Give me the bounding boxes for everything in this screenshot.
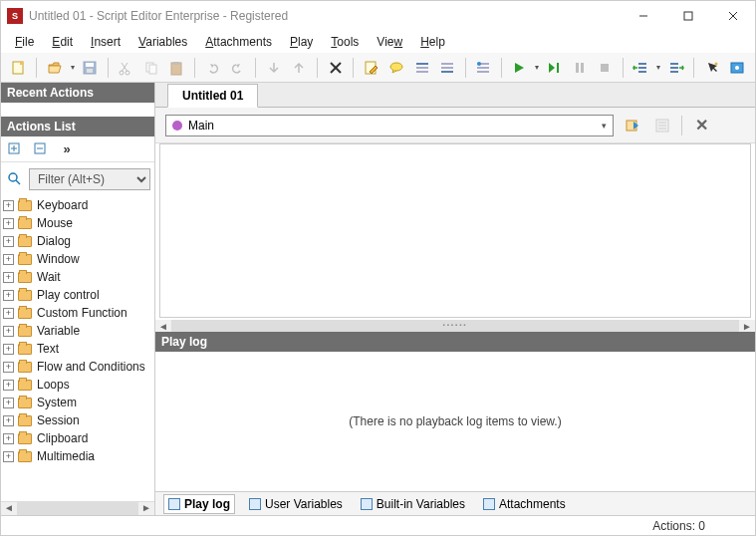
tree-item[interactable]: +Session bbox=[1, 411, 154, 429]
tree-item[interactable]: +Flow and Conditions bbox=[1, 358, 154, 376]
menu-file[interactable]: File bbox=[7, 33, 42, 51]
right-pane: Untitled 01 Main ▾ ✕ ◄ ▪▪▪▪▪▪ ► Play log… bbox=[155, 83, 755, 515]
edit-action-button[interactable] bbox=[360, 56, 382, 80]
expand-all-icon[interactable] bbox=[7, 141, 23, 157]
folder-icon bbox=[18, 326, 32, 337]
menu-variables[interactable]: Variables bbox=[130, 33, 195, 51]
tree-item-label: System bbox=[37, 396, 77, 409]
bottom-tab[interactable]: Built-in Variables bbox=[357, 495, 469, 513]
actions-tree[interactable]: +Keyboard+Mouse+Dialog+Window+Wait+Play … bbox=[1, 196, 154, 501]
bookmark-button[interactable] bbox=[471, 56, 494, 80]
comment-button[interactable] bbox=[385, 56, 408, 80]
tree-item[interactable]: +Text bbox=[1, 340, 154, 358]
move-down-button[interactable] bbox=[262, 56, 285, 80]
list2-button[interactable] bbox=[435, 56, 458, 80]
editor-hscroll[interactable]: ◄ ▪▪▪▪▪▪ ► bbox=[155, 320, 755, 332]
menu-attachments[interactable]: Attachments bbox=[197, 33, 280, 51]
folder-icon bbox=[18, 398, 32, 408]
tree-item[interactable]: +Dialog bbox=[1, 232, 154, 250]
bottom-tab-label: Attachments bbox=[499, 497, 566, 511]
play-dropdown[interactable]: ▾ bbox=[533, 56, 541, 80]
new-button[interactable] bbox=[7, 56, 30, 80]
step-button[interactable] bbox=[543, 56, 566, 80]
pause-button[interactable] bbox=[568, 56, 591, 80]
goto-button[interactable] bbox=[622, 115, 643, 136]
menu-tools[interactable]: Tools bbox=[323, 33, 367, 51]
more-icon[interactable]: » bbox=[59, 141, 75, 157]
separator bbox=[353, 58, 354, 78]
menu-insert[interactable]: Insert bbox=[83, 33, 128, 51]
tree-hscroll[interactable]: ◄► bbox=[1, 501, 154, 515]
menu-edit[interactable]: Edit bbox=[44, 33, 81, 51]
expand-icon[interactable]: + bbox=[3, 218, 14, 229]
function-combo[interactable]: Main ▾ bbox=[165, 115, 614, 136]
expand-icon[interactable]: + bbox=[3, 362, 14, 373]
svg-rect-29 bbox=[477, 71, 489, 73]
expand-icon[interactable]: + bbox=[3, 380, 14, 391]
collapse-all-icon[interactable] bbox=[33, 141, 49, 157]
menu-view[interactable]: View bbox=[369, 33, 410, 51]
close-button[interactable] bbox=[710, 1, 755, 31]
tree-item[interactable]: +Loops bbox=[1, 376, 154, 394]
folder-icon bbox=[18, 433, 32, 444]
close-tab-button[interactable]: ✕ bbox=[690, 115, 712, 136]
tab-untitled-01[interactable]: Untitled 01 bbox=[167, 84, 258, 108]
outdent-button[interactable] bbox=[630, 56, 652, 80]
tree-item[interactable]: +Mouse bbox=[1, 214, 154, 232]
function-icon bbox=[172, 121, 182, 131]
expand-icon[interactable]: + bbox=[3, 200, 14, 211]
expand-icon[interactable]: + bbox=[3, 308, 14, 319]
editor-area[interactable] bbox=[159, 143, 751, 318]
outdent-dropdown[interactable]: ▾ bbox=[654, 56, 662, 80]
tree-item[interactable]: +Variable bbox=[1, 322, 154, 340]
stop-button[interactable] bbox=[594, 56, 617, 80]
open-button[interactable] bbox=[43, 56, 66, 80]
tree-item[interactable]: +Wait bbox=[1, 268, 154, 286]
list1-button[interactable] bbox=[410, 56, 433, 80]
expand-icon[interactable]: + bbox=[3, 451, 14, 462]
redo-button[interactable] bbox=[226, 56, 249, 80]
tree-item-label: Dialog bbox=[37, 234, 71, 248]
expand-icon[interactable]: + bbox=[3, 272, 14, 283]
bottom-tab-label: User Variables bbox=[265, 497, 343, 511]
search-icon[interactable] bbox=[5, 169, 25, 189]
expand-icon[interactable]: + bbox=[3, 290, 14, 301]
tree-item[interactable]: +System bbox=[1, 394, 154, 411]
expand-icon[interactable]: + bbox=[3, 433, 14, 444]
tree-item[interactable]: +Custom Function bbox=[1, 304, 154, 322]
bottom-tab[interactable]: User Variables bbox=[245, 495, 347, 513]
pointer-button[interactable] bbox=[700, 56, 723, 80]
expand-icon[interactable]: + bbox=[3, 415, 14, 426]
properties-button[interactable] bbox=[651, 115, 673, 136]
expand-icon[interactable]: + bbox=[3, 398, 14, 408]
play-button[interactable] bbox=[508, 56, 531, 80]
expand-icon[interactable]: + bbox=[3, 344, 14, 355]
move-up-button[interactable] bbox=[288, 56, 311, 80]
screenshot-button[interactable] bbox=[726, 56, 749, 80]
indent-button[interactable] bbox=[664, 56, 687, 80]
expand-icon[interactable]: + bbox=[3, 254, 14, 265]
cut-button[interactable] bbox=[115, 56, 137, 80]
filter-input[interactable]: Filter (Alt+S) bbox=[29, 168, 150, 190]
copy-button[interactable] bbox=[139, 56, 162, 80]
expand-icon[interactable]: + bbox=[3, 326, 14, 337]
open-dropdown[interactable]: ▾ bbox=[69, 56, 77, 80]
maximize-button[interactable] bbox=[665, 1, 710, 31]
paste-button[interactable] bbox=[164, 56, 187, 80]
tree-item[interactable]: +Multimedia bbox=[1, 447, 154, 465]
menu-play[interactable]: Play bbox=[282, 33, 321, 51]
delete-button[interactable] bbox=[324, 56, 347, 80]
tree-item[interactable]: +Keyboard bbox=[1, 196, 154, 214]
tree-item[interactable]: +Play control bbox=[1, 286, 154, 304]
bottom-tab[interactable]: Attachments bbox=[479, 495, 570, 513]
tree-item[interactable]: +Window bbox=[1, 250, 154, 268]
save-button[interactable] bbox=[78, 56, 101, 80]
tree-item[interactable]: +Clipboard bbox=[1, 429, 154, 447]
menu-help[interactable]: Help bbox=[412, 33, 453, 51]
minimize-button[interactable] bbox=[621, 1, 665, 31]
tab-icon bbox=[168, 498, 180, 510]
undo-button[interactable] bbox=[201, 56, 224, 80]
bottom-tab[interactable]: Play log bbox=[163, 494, 235, 514]
sub-toolbar: Main ▾ ✕ bbox=[155, 108, 755, 143]
expand-icon[interactable]: + bbox=[3, 236, 14, 247]
